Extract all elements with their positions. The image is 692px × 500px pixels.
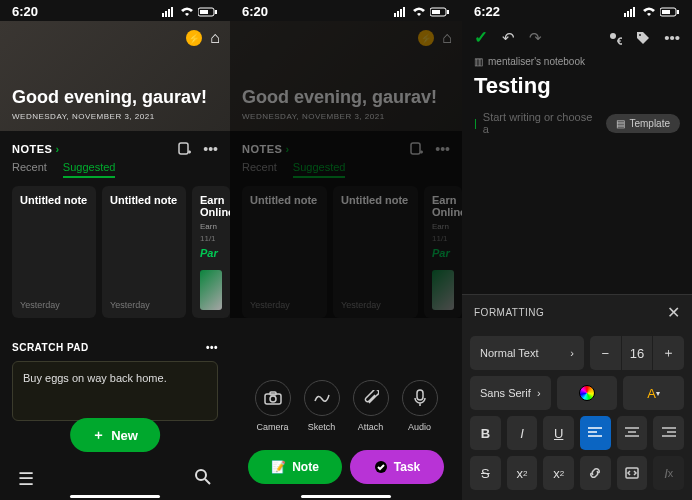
italic-button[interactable]: I xyxy=(507,416,538,450)
redo-icon[interactable]: ↷ xyxy=(529,29,542,47)
svg-rect-1 xyxy=(165,11,167,17)
chevron-right-icon: › xyxy=(55,143,59,155)
note-card[interactable]: Earn Online Earn 11/1 Par xyxy=(192,186,230,318)
note-card: Untitled note Yesterday xyxy=(242,186,327,318)
menu-icon[interactable]: ☰ xyxy=(18,468,34,490)
note-card[interactable]: Untitled note Yesterday xyxy=(12,186,96,318)
more-icon[interactable]: ••• xyxy=(664,29,680,46)
strikethrough-button[interactable]: S xyxy=(470,456,501,490)
note-card: Untitled note Yesterday xyxy=(333,186,418,318)
scratch-pad-input[interactable]: Buy eggs on way back home. xyxy=(12,361,218,421)
note-cards: Untitled note Yesterday Untitled note Ye… xyxy=(230,186,462,318)
greeting-text: Good evening, gaurav! xyxy=(242,87,450,108)
greeting-text: Good evening, gaurav! xyxy=(12,87,218,108)
status-bar: 6:22 xyxy=(462,0,692,21)
svg-rect-28 xyxy=(627,11,629,17)
chevron-right-icon: › xyxy=(570,347,574,359)
svg-rect-15 xyxy=(403,7,405,17)
quick-action-attach[interactable]: Attach xyxy=(353,380,389,432)
home-icon: ⌂ xyxy=(442,29,452,47)
font-family-select[interactable]: Sans Serif › xyxy=(470,376,551,410)
svg-rect-19 xyxy=(411,143,420,154)
close-icon[interactable]: ✕ xyxy=(667,303,681,322)
new-note-button[interactable]: 📝 Note xyxy=(248,450,342,484)
svg-rect-17 xyxy=(432,10,440,14)
hero-header: ⚡ ⌂ Good evening, gaurav! WEDNESDAY, NOV… xyxy=(230,21,462,131)
highlight-button[interactable]: A▾ xyxy=(623,376,684,410)
code-block-button[interactable] xyxy=(617,456,648,490)
bold-button[interactable]: B xyxy=(470,416,501,450)
text-color-button[interactable] xyxy=(557,376,618,410)
font-size-decrease[interactable]: − xyxy=(590,336,621,370)
align-left-button[interactable] xyxy=(580,416,611,450)
note-thumbnail xyxy=(432,270,454,310)
svg-rect-18 xyxy=(447,10,449,14)
svg-rect-7 xyxy=(179,143,188,154)
font-size-value: 16 xyxy=(622,336,653,370)
status-indicators xyxy=(624,7,680,17)
note-card: Earn Online Earn 11/1 Par xyxy=(424,186,462,318)
date-text: WEDNESDAY, NOVEMBER 3, 2021 xyxy=(12,112,218,121)
home-indicator xyxy=(70,495,160,498)
new-task-button[interactable]: Task xyxy=(350,450,444,484)
status-bar: 6:20 xyxy=(0,0,230,21)
svg-rect-32 xyxy=(662,10,670,14)
svg-rect-33 xyxy=(677,10,679,14)
paragraph-style-select[interactable]: Normal Text › xyxy=(470,336,584,370)
more-icon[interactable]: ••• xyxy=(203,141,218,157)
svg-rect-14 xyxy=(400,9,402,17)
status-bar: 6:20 xyxy=(230,0,462,21)
superscript-button[interactable]: x2 xyxy=(507,456,538,490)
svg-point-10 xyxy=(196,470,206,480)
align-center-button[interactable] xyxy=(617,416,648,450)
share-icon[interactable] xyxy=(608,31,622,45)
filter-icon[interactable] xyxy=(177,141,193,157)
template-button[interactable]: ▤ Template xyxy=(606,114,680,133)
tag-icon[interactable] xyxy=(636,31,650,45)
note-card[interactable]: Untitled note Yesterday xyxy=(102,186,186,318)
cursor-indicator: | xyxy=(474,117,477,129)
editor-placeholder[interactable]: Start writing or choose a xyxy=(483,111,601,135)
subscript-button[interactable]: x2 xyxy=(543,456,574,490)
align-right-button[interactable] xyxy=(653,416,684,450)
scratch-pad-label: SCRATCH PAD xyxy=(12,342,89,353)
tab-recent: Recent xyxy=(242,161,277,178)
more-icon[interactable]: ••• xyxy=(206,342,218,353)
quick-action-sketch[interactable]: Sketch xyxy=(304,380,340,432)
notes-section-header[interactable]: NOTES › xyxy=(12,143,60,155)
status-indicators xyxy=(162,7,218,17)
chevron-right-icon: › xyxy=(285,143,289,155)
quick-action-audio[interactable]: Audio xyxy=(402,380,438,432)
status-time: 6:20 xyxy=(12,4,38,19)
svg-rect-3 xyxy=(171,7,173,17)
done-button[interactable]: ✓ xyxy=(474,27,488,48)
lightning-icon[interactable]: ⚡ xyxy=(186,30,202,46)
task-check-icon xyxy=(374,460,388,474)
microphone-icon xyxy=(402,380,438,416)
color-wheel-icon xyxy=(579,385,595,401)
status-indicators xyxy=(394,7,450,17)
status-time: 6:22 xyxy=(474,4,500,19)
date-text: WEDNESDAY, NOVEMBER 3, 2021 xyxy=(242,112,450,121)
formatting-panel: FORMATTING ✕ Normal Text › − 16 ＋ Sans S… xyxy=(462,294,692,500)
hero-header: ⚡ ⌂ Good evening, gaurav! WEDNESDAY, NOV… xyxy=(0,21,230,131)
tab-suggested[interactable]: Suggested xyxy=(63,161,116,178)
note-title[interactable]: Testing xyxy=(462,69,692,103)
underline-button[interactable]: U xyxy=(543,416,574,450)
undo-icon[interactable]: ↶ xyxy=(502,29,515,47)
clear-formatting-button[interactable]: Ix xyxy=(653,456,684,490)
status-time: 6:20 xyxy=(242,4,268,19)
paperclip-icon xyxy=(353,380,389,416)
svg-rect-29 xyxy=(630,9,632,17)
notebook-selector[interactable]: ▥ mentaliser's notebook xyxy=(462,54,692,69)
notes-section-header: NOTES › xyxy=(242,143,290,155)
template-icon: ▤ xyxy=(616,118,625,129)
home-icon[interactable]: ⌂ xyxy=(210,29,220,47)
quick-action-camera[interactable]: Camera xyxy=(255,380,291,432)
search-icon[interactable] xyxy=(194,468,212,490)
link-button[interactable] xyxy=(580,456,611,490)
tab-recent[interactable]: Recent xyxy=(12,161,47,178)
home-indicator xyxy=(301,495,391,498)
font-size-increase[interactable]: ＋ xyxy=(653,336,684,370)
new-button[interactable]: ＋ New xyxy=(70,418,160,452)
